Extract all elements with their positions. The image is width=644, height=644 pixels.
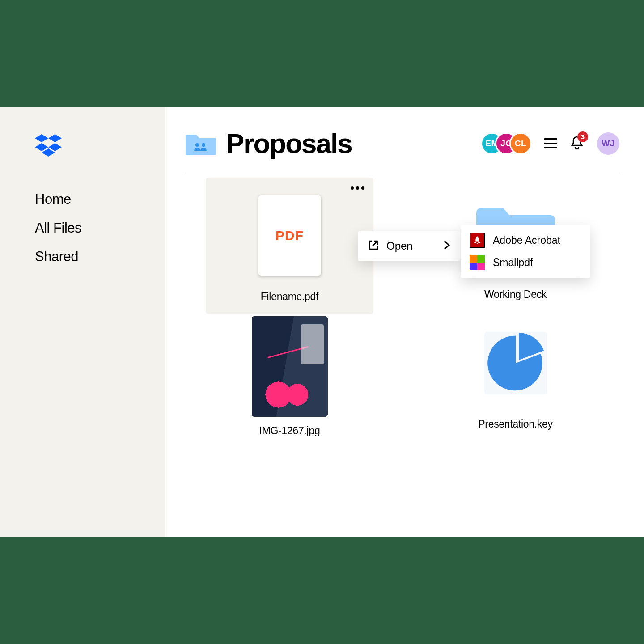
svg-point-5 <box>195 143 199 147</box>
chevron-right-icon <box>443 239 451 253</box>
file-name: IMG-1267.jpg <box>259 425 320 437</box>
bell-icon <box>569 144 585 152</box>
shared-folder-icon <box>186 130 216 157</box>
sidebar-item-home[interactable]: Home <box>35 191 165 208</box>
app-name: Adobe Acrobat <box>493 234 560 246</box>
file-card-keynote[interactable]: Presentation.key <box>443 316 588 437</box>
header: Proposals EM JC CL 3 WJ <box>186 127 619 173</box>
dropbox-logo-icon <box>35 134 165 160</box>
notification-badge: 3 <box>577 131 588 142</box>
user-avatar[interactable]: WJ <box>597 132 619 155</box>
collaborator-avatars[interactable]: EM JC CL <box>481 132 532 155</box>
notifications-button[interactable]: 3 <box>569 135 585 152</box>
open-with-adobe-acrobat[interactable]: Adobe Acrobat <box>461 229 590 251</box>
file-name: Presentation.key <box>478 418 553 430</box>
avatar[interactable]: CL <box>509 132 532 155</box>
sidebar-nav: Home All Files Shared <box>35 191 165 265</box>
file-grid: PDF Filename.pdf Open <box>186 173 619 437</box>
sidebar-item-all-files[interactable]: All Files <box>35 220 165 236</box>
context-menu-open[interactable]: Open <box>358 231 461 261</box>
menu-icon[interactable] <box>544 138 557 148</box>
header-actions: EM JC CL 3 WJ <box>481 132 619 155</box>
adobe-acrobat-icon <box>470 233 485 248</box>
smallpdf-icon <box>470 255 485 270</box>
svg-point-6 <box>202 143 205 147</box>
open-with-submenu: Adobe Acrobat Smallpdf <box>461 225 590 278</box>
more-options-button[interactable] <box>347 183 368 193</box>
file-thumbnail: PDF <box>258 195 321 276</box>
file-card-image[interactable]: IMG-1267.jpg <box>217 316 362 437</box>
context-menu-open-label: Open <box>386 240 413 252</box>
file-name: Filename.pdf <box>261 291 318 303</box>
svg-marker-1 <box>48 134 62 142</box>
open-external-icon <box>368 239 379 253</box>
page-title: Proposals <box>226 127 481 159</box>
svg-marker-0 <box>35 134 48 142</box>
file-name: Working Deck <box>484 288 547 301</box>
open-with-smallpdf[interactable]: Smallpdf <box>461 251 590 274</box>
sidebar: Home All Files Shared <box>0 107 165 537</box>
image-preview <box>252 316 328 417</box>
file-card-pdf[interactable]: PDF Filename.pdf Open <box>206 178 373 314</box>
app-window: Home All Files Shared Proposals EM JC CL <box>0 107 644 537</box>
app-name: Smallpdf <box>493 257 533 269</box>
file-thumbnail <box>252 316 328 417</box>
sidebar-item-shared[interactable]: Shared <box>35 249 165 265</box>
file-thumbnail <box>484 332 547 394</box>
pdf-label: PDF <box>275 228 304 243</box>
main-content: Proposals EM JC CL 3 WJ <box>165 107 644 537</box>
